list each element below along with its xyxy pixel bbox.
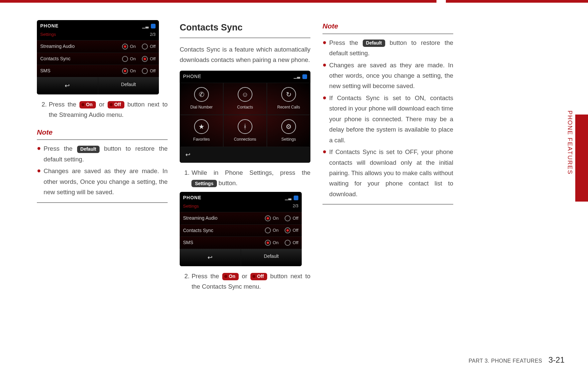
bullet-icon: ● (322, 147, 327, 199)
bullet-icon: ● (37, 143, 41, 164)
radio-off-icon (122, 56, 128, 62)
gridshot-header: PHONE (183, 73, 201, 81)
page-content: PHONE ▁▃ Settings 2/3 Streaming Audio On… (37, 20, 554, 351)
note-heading: Note (322, 20, 453, 34)
off-badge: Off (250, 273, 267, 280)
on-badge: On (222, 273, 239, 280)
screenshot-phone-settings-2: PHONE ▁▃ Settings 2/3 Streaming Audio On… (180, 192, 302, 266)
bullet-icon: ● (322, 93, 327, 145)
radio-off-icon (285, 215, 291, 221)
settings-badge: Settings (191, 180, 217, 187)
star-icon: ★ (194, 119, 209, 134)
section-divider (37, 202, 168, 203)
step-number: 2. (184, 271, 189, 292)
off-badge: Off (108, 101, 124, 108)
default-badge: Default (363, 40, 385, 47)
on-badge: On (79, 101, 96, 108)
footer-label: PART 3. PHONE FEATURES (469, 358, 542, 364)
signal-icon: ▁▃ (285, 195, 292, 201)
shot1-default-button: Default (98, 77, 159, 94)
step-text: While in Phone Settings, press the Setti… (191, 167, 310, 189)
top-red-bar (0, 0, 588, 3)
note-heading: Note (37, 126, 168, 140)
shot1-status-icons: ▁▃ (142, 23, 156, 29)
signal-icon: ▁▃ (142, 23, 149, 29)
bluetooth-icon (151, 24, 156, 28)
note-item: Changes are saved as they are made. In o… (44, 166, 168, 197)
bullet-icon: ● (322, 38, 327, 59)
top-red-bar-gap (436, 0, 446, 3)
radio-off-icon (142, 44, 148, 50)
shot1-row0-label: Streaming Audio (40, 43, 75, 51)
step-text: Press the On or Off button next to the C… (191, 271, 310, 292)
step-number: 2. (42, 99, 47, 120)
bullet-icon: ● (37, 166, 41, 197)
note-item: If Contacts Sync is set to OFF, your pho… (329, 147, 453, 199)
bluetooth-icon (302, 74, 307, 79)
shot1-header: PHONE (40, 22, 59, 30)
side-tab-label: PHONE FEATURES (567, 111, 573, 208)
bullet-icon: ● (322, 60, 327, 91)
phone-icon: ✆ (194, 87, 209, 102)
shot2-default-button: Default (241, 249, 302, 266)
side-red-tab (575, 115, 588, 202)
screenshot-phone-settings-1: PHONE ▁▃ Settings 2/3 Streaming Audio On… (37, 20, 159, 94)
signal-icon: ▁▃ (294, 73, 300, 80)
radio-on-icon (265, 215, 271, 221)
radio-off-icon (142, 68, 148, 74)
intro-text: Contacts Sync is a feature which automat… (180, 44, 310, 65)
gear-icon: ⚙ (281, 119, 296, 134)
shot1-page-indicator: 2/3 (150, 31, 156, 38)
column-2: Contacts Sync Contacts Sync is a feature… (180, 20, 310, 294)
shot1-row1-label: Contacts Sync (40, 55, 70, 63)
radio-on-icon (142, 56, 148, 62)
step-text: Press the On or Off button next to the S… (49, 99, 168, 120)
note-item: If Contacts Sync is set to ON, contacts … (329, 93, 453, 145)
shot1-row2-label: SMS (40, 67, 50, 75)
note-item: Press the Default button to restore the … (44, 143, 168, 164)
shot1-sub: Settings (40, 31, 56, 38)
radio-on-icon (122, 44, 128, 50)
step-number: 1. (184, 167, 189, 189)
shot1-back-button: ↩ (37, 77, 98, 94)
default-badge: Default (77, 146, 100, 153)
section-heading: Contacts Sync (180, 20, 310, 38)
shot2-sub: Settings (183, 203, 199, 210)
screenshot-phone-menu: PHONE ▁▃ ✆Dial Number ☺Contacts ↻Recent … (180, 71, 310, 163)
radio-off-icon (285, 240, 291, 246)
note-item: Press the Default button to restore the … (329, 38, 453, 59)
bluetooth-icon (294, 196, 298, 200)
radio-off-icon (265, 227, 271, 233)
person-icon: ☺ (238, 87, 252, 102)
footer-page-number: 3-21 (548, 355, 565, 364)
shot2-page-indicator: 2/3 (293, 203, 298, 209)
shot2-back-button: ↩ (180, 249, 241, 266)
gridshot-back-button: ↩ (180, 147, 196, 163)
column-3: Note ● Press the Default button to resto… (322, 20, 453, 294)
note-item: Changes are saved as they are made. In o… (329, 60, 453, 91)
radio-on-icon (265, 240, 271, 246)
recent-icon: ↻ (281, 87, 296, 102)
section-divider (322, 204, 453, 205)
radio-on-icon (122, 68, 128, 74)
column-1: PHONE ▁▃ Settings 2/3 Streaming Audio On… (37, 20, 168, 294)
shot2-header: PHONE (183, 194, 201, 202)
bluetooth-icon: ᚼ (238, 119, 252, 134)
radio-on-icon (285, 227, 291, 233)
page-footer: PART 3. PHONE FEATURES 3-21 (469, 355, 565, 365)
